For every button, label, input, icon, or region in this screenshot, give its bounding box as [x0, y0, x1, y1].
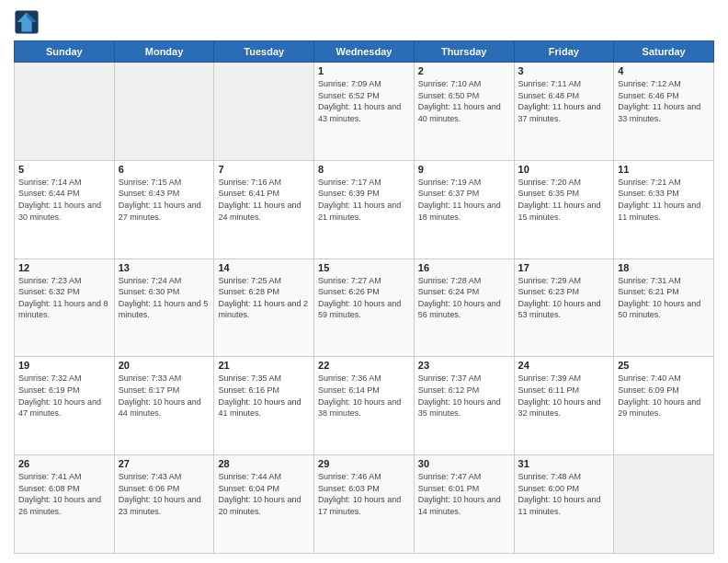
- day-info: Sunrise: 7:29 AM Sunset: 6:23 PM Dayligh…: [518, 275, 610, 321]
- logo: [14, 9, 43, 35]
- calendar-cell: 1Sunrise: 7:09 AM Sunset: 6:52 PM Daylig…: [314, 63, 415, 161]
- calendar-week-row: 12Sunrise: 7:23 AM Sunset: 6:32 PM Dayli…: [15, 259, 714, 357]
- day-number: 28: [218, 458, 310, 469]
- calendar-cell: 16Sunrise: 7:28 AM Sunset: 6:24 PM Dayli…: [414, 259, 514, 357]
- day-info: Sunrise: 7:24 AM Sunset: 6:30 PM Dayligh…: [119, 275, 210, 321]
- day-info: Sunrise: 7:33 AM Sunset: 6:17 PM Dayligh…: [119, 373, 210, 419]
- calendar-cell: 21Sunrise: 7:35 AM Sunset: 6:16 PM Dayli…: [214, 357, 314, 455]
- header: [14, 9, 714, 35]
- day-number: 18: [618, 262, 710, 273]
- calendar-cell: 31Sunrise: 7:48 AM Sunset: 6:00 PM Dayli…: [514, 455, 614, 554]
- page: SundayMondayTuesdayWednesdayThursdayFrid…: [0, 0, 728, 563]
- day-number: 24: [518, 360, 610, 371]
- day-number: 10: [518, 164, 610, 175]
- day-number: 22: [318, 360, 410, 371]
- calendar-cell: 10Sunrise: 7:20 AM Sunset: 6:35 PM Dayli…: [514, 160, 614, 259]
- calendar-cell: 23Sunrise: 7:37 AM Sunset: 6:12 PM Dayli…: [414, 357, 514, 455]
- day-number: 20: [119, 360, 210, 371]
- day-number: 31: [518, 458, 610, 469]
- day-number: 9: [418, 164, 510, 175]
- calendar-week-row: 19Sunrise: 7:32 AM Sunset: 6:19 PM Dayli…: [15, 357, 714, 455]
- day-info: Sunrise: 7:09 AM Sunset: 6:52 PM Dayligh…: [318, 78, 410, 124]
- day-info: Sunrise: 7:20 AM Sunset: 6:35 PM Dayligh…: [518, 177, 610, 223]
- calendar-cell: 29Sunrise: 7:46 AM Sunset: 6:03 PM Dayli…: [314, 455, 415, 554]
- day-info: Sunrise: 7:44 AM Sunset: 6:04 PM Dayligh…: [218, 471, 310, 517]
- day-number: 8: [318, 164, 410, 175]
- day-number: 1: [318, 65, 410, 76]
- day-info: Sunrise: 7:10 AM Sunset: 6:50 PM Dayligh…: [418, 78, 510, 124]
- day-info: Sunrise: 7:12 AM Sunset: 6:46 PM Dayligh…: [618, 78, 710, 124]
- day-number: 2: [418, 65, 510, 76]
- calendar-week-row: 5Sunrise: 7:14 AM Sunset: 6:44 PM Daylig…: [15, 160, 714, 259]
- calendar-cell: 27Sunrise: 7:43 AM Sunset: 6:06 PM Dayli…: [114, 455, 214, 554]
- calendar-cell: 19Sunrise: 7:32 AM Sunset: 6:19 PM Dayli…: [15, 357, 115, 455]
- day-info: Sunrise: 7:43 AM Sunset: 6:06 PM Dayligh…: [119, 471, 210, 517]
- calendar-week-row: 26Sunrise: 7:41 AM Sunset: 6:08 PM Dayli…: [15, 455, 714, 554]
- weekday-header: Saturday: [614, 41, 714, 63]
- day-info: Sunrise: 7:17 AM Sunset: 6:39 PM Dayligh…: [318, 177, 410, 223]
- calendar-cell: 22Sunrise: 7:36 AM Sunset: 6:14 PM Dayli…: [314, 357, 415, 455]
- calendar-cell: 13Sunrise: 7:24 AM Sunset: 6:30 PM Dayli…: [114, 259, 214, 357]
- day-info: Sunrise: 7:37 AM Sunset: 6:12 PM Dayligh…: [418, 373, 510, 419]
- day-number: 23: [418, 360, 510, 371]
- calendar-cell: 18Sunrise: 7:31 AM Sunset: 6:21 PM Dayli…: [614, 259, 714, 357]
- calendar-cell: 11Sunrise: 7:21 AM Sunset: 6:33 PM Dayli…: [614, 160, 714, 259]
- calendar-cell: 28Sunrise: 7:44 AM Sunset: 6:04 PM Dayli…: [214, 455, 314, 554]
- day-info: Sunrise: 7:21 AM Sunset: 6:33 PM Dayligh…: [618, 177, 710, 223]
- calendar-cell: 3Sunrise: 7:11 AM Sunset: 6:48 PM Daylig…: [514, 63, 614, 161]
- day-number: 17: [518, 262, 610, 273]
- day-info: Sunrise: 7:31 AM Sunset: 6:21 PM Dayligh…: [618, 275, 710, 321]
- day-number: 29: [318, 458, 410, 469]
- calendar-cell: 14Sunrise: 7:25 AM Sunset: 6:28 PM Dayli…: [214, 259, 314, 357]
- calendar-cell: 15Sunrise: 7:27 AM Sunset: 6:26 PM Dayli…: [314, 259, 415, 357]
- day-number: 26: [18, 458, 110, 469]
- day-info: Sunrise: 7:19 AM Sunset: 6:37 PM Dayligh…: [418, 177, 510, 223]
- weekday-header: Tuesday: [214, 41, 314, 63]
- calendar-cell: 20Sunrise: 7:33 AM Sunset: 6:17 PM Dayli…: [114, 357, 214, 455]
- logo-icon: [14, 9, 40, 35]
- day-info: Sunrise: 7:16 AM Sunset: 6:41 PM Dayligh…: [218, 177, 310, 223]
- day-info: Sunrise: 7:27 AM Sunset: 6:26 PM Dayligh…: [318, 275, 410, 321]
- day-info: Sunrise: 7:36 AM Sunset: 6:14 PM Dayligh…: [318, 373, 410, 419]
- day-info: Sunrise: 7:47 AM Sunset: 6:01 PM Dayligh…: [418, 471, 510, 517]
- day-info: Sunrise: 7:23 AM Sunset: 6:32 PM Dayligh…: [18, 275, 110, 321]
- day-info: Sunrise: 7:40 AM Sunset: 6:09 PM Dayligh…: [618, 373, 710, 419]
- calendar-cell: 9Sunrise: 7:19 AM Sunset: 6:37 PM Daylig…: [414, 160, 514, 259]
- day-info: Sunrise: 7:15 AM Sunset: 6:43 PM Dayligh…: [119, 177, 210, 223]
- calendar-cell: 12Sunrise: 7:23 AM Sunset: 6:32 PM Dayli…: [15, 259, 115, 357]
- calendar-table: SundayMondayTuesdayWednesdayThursdayFrid…: [14, 40, 714, 554]
- day-number: 30: [418, 458, 510, 469]
- calendar-cell: 24Sunrise: 7:39 AM Sunset: 6:11 PM Dayli…: [514, 357, 614, 455]
- day-number: 14: [218, 262, 310, 273]
- calendar-cell: [614, 455, 714, 554]
- calendar-cell: [214, 63, 314, 161]
- day-number: 6: [119, 164, 210, 175]
- day-number: 11: [618, 164, 710, 175]
- day-info: Sunrise: 7:41 AM Sunset: 6:08 PM Dayligh…: [18, 471, 110, 517]
- day-number: 16: [418, 262, 510, 273]
- calendar-cell: 4Sunrise: 7:12 AM Sunset: 6:46 PM Daylig…: [614, 63, 714, 161]
- calendar-cell: 6Sunrise: 7:15 AM Sunset: 6:43 PM Daylig…: [114, 160, 214, 259]
- calendar-week-row: 1Sunrise: 7:09 AM Sunset: 6:52 PM Daylig…: [15, 63, 714, 161]
- day-number: 19: [18, 360, 110, 371]
- day-number: 27: [119, 458, 210, 469]
- day-number: 12: [18, 262, 110, 273]
- weekday-header: Monday: [114, 41, 214, 63]
- day-info: Sunrise: 7:25 AM Sunset: 6:28 PM Dayligh…: [218, 275, 310, 321]
- day-info: Sunrise: 7:32 AM Sunset: 6:19 PM Dayligh…: [18, 373, 110, 419]
- calendar-cell: 5Sunrise: 7:14 AM Sunset: 6:44 PM Daylig…: [15, 160, 115, 259]
- calendar-cell: 25Sunrise: 7:40 AM Sunset: 6:09 PM Dayli…: [614, 357, 714, 455]
- weekday-header: Sunday: [15, 41, 115, 63]
- calendar-cell: 7Sunrise: 7:16 AM Sunset: 6:41 PM Daylig…: [214, 160, 314, 259]
- day-info: Sunrise: 7:14 AM Sunset: 6:44 PM Dayligh…: [18, 177, 110, 223]
- weekday-header: Thursday: [414, 41, 514, 63]
- weekday-header: Wednesday: [314, 41, 415, 63]
- weekday-header-row: SundayMondayTuesdayWednesdayThursdayFrid…: [15, 41, 714, 63]
- calendar-cell: 17Sunrise: 7:29 AM Sunset: 6:23 PM Dayli…: [514, 259, 614, 357]
- day-info: Sunrise: 7:35 AM Sunset: 6:16 PM Dayligh…: [218, 373, 310, 419]
- day-info: Sunrise: 7:39 AM Sunset: 6:11 PM Dayligh…: [518, 373, 610, 419]
- day-number: 4: [618, 65, 710, 76]
- day-number: 15: [318, 262, 410, 273]
- day-number: 21: [218, 360, 310, 371]
- calendar-cell: 2Sunrise: 7:10 AM Sunset: 6:50 PM Daylig…: [414, 63, 514, 161]
